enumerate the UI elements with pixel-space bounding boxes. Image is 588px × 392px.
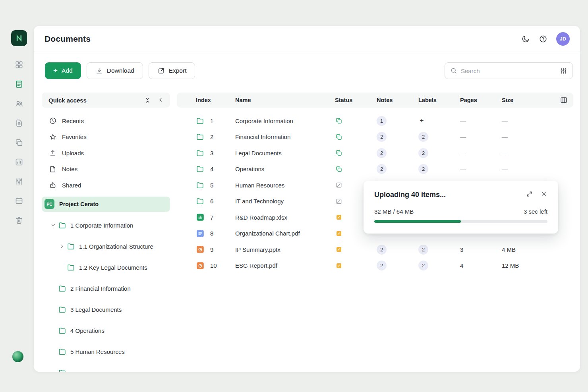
project-cerato-item[interactable]: PC Project Cerato bbox=[42, 197, 170, 212]
row-index: 4 bbox=[210, 166, 213, 172]
sidebar-item-notes[interactable]: Notes bbox=[42, 161, 170, 178]
tree-item[interactable]: 1.2 Key Legal Documents bbox=[42, 257, 170, 278]
reports-icon[interactable] bbox=[15, 158, 23, 166]
share-icon bbox=[49, 181, 57, 189]
collapse-all-icon[interactable] bbox=[144, 97, 151, 104]
search-icon bbox=[450, 67, 457, 74]
file-lock-icon[interactable] bbox=[15, 119, 23, 127]
table-row[interactable]: 4 Operations 2 2 — — bbox=[177, 161, 573, 178]
toolbar: + Add Download Export bbox=[45, 62, 573, 79]
upload-progress-bar bbox=[374, 220, 547, 223]
chevron-right-icon[interactable] bbox=[58, 242, 66, 251]
collapse-panel-icon[interactable] bbox=[158, 97, 164, 104]
avatar[interactable]: JD bbox=[556, 32, 570, 46]
notes-badge[interactable]: 2 bbox=[377, 132, 387, 142]
sidebar-item-favorites[interactable]: Favorites bbox=[42, 129, 170, 145]
quick-access-header: Quick access bbox=[42, 93, 170, 108]
notes-badge[interactable]: 2 bbox=[377, 164, 387, 174]
column-header-notes[interactable]: Notes bbox=[371, 97, 413, 103]
documents-icon[interactable] bbox=[15, 80, 23, 89]
table-row[interactable]: 10 ESG Report.pdf 2 2 4 12 MB bbox=[177, 258, 573, 274]
pdf-file-icon bbox=[196, 261, 204, 270]
sliders-icon[interactable] bbox=[15, 177, 23, 186]
labels-badge[interactable]: 2 bbox=[418, 245, 428, 255]
row-name[interactable]: Organizational Chart.pdf bbox=[228, 230, 330, 237]
chevron-slot bbox=[49, 347, 58, 356]
tree-item[interactable]: 1 Corporate Information bbox=[42, 215, 170, 236]
chevron-slot bbox=[49, 284, 58, 293]
notes-badge[interactable]: 2 bbox=[377, 148, 387, 158]
search-box[interactable] bbox=[445, 62, 573, 79]
row-name[interactable]: Human Resources bbox=[228, 182, 330, 189]
row-name[interactable]: Operations bbox=[228, 166, 330, 172]
column-header-name[interactable]: Name bbox=[228, 97, 330, 103]
labels-badge[interactable]: 2 bbox=[418, 132, 428, 142]
left-rail bbox=[10, 30, 28, 225]
upload-icon bbox=[49, 149, 57, 157]
tree-item-label: 3 Legal Documents bbox=[70, 306, 122, 313]
expand-icon[interactable] bbox=[526, 191, 533, 197]
dashboard-grid-icon[interactable] bbox=[15, 60, 23, 69]
folder-icon bbox=[58, 221, 66, 230]
tree-item[interactable]: 1.1 Organizational Structure bbox=[42, 236, 170, 257]
search-input[interactable] bbox=[461, 68, 556, 74]
table-row[interactable]: 1 Corporate Information 1 + — — bbox=[177, 113, 573, 129]
close-icon[interactable] bbox=[541, 191, 547, 197]
row-name[interactable]: ESG Report.pdf bbox=[228, 262, 330, 269]
table-row[interactable]: 3 Legal Documents 2 2 — — bbox=[177, 145, 573, 161]
pptx-file-icon bbox=[196, 245, 204, 254]
column-header-labels[interactable]: Labels bbox=[413, 97, 455, 103]
column-header-index[interactable]: Index bbox=[177, 97, 228, 103]
add-button[interactable]: + Add bbox=[45, 62, 81, 79]
trash-icon[interactable] bbox=[15, 216, 23, 225]
add-label-button[interactable]: + bbox=[418, 117, 424, 125]
row-name[interactable]: Legal Documents bbox=[228, 150, 330, 156]
users-icon[interactable] bbox=[15, 99, 23, 108]
status-synced-icon bbox=[335, 133, 342, 141]
filter-icon[interactable] bbox=[560, 67, 567, 75]
labels-badge[interactable]: 2 bbox=[418, 164, 428, 174]
labels-badge[interactable]: 2 bbox=[418, 261, 428, 270]
app-logo[interactable] bbox=[11, 30, 27, 46]
sidebar-item-uploads[interactable]: Uploads bbox=[42, 145, 170, 161]
tree-item[interactable]: 5 Human Resources bbox=[42, 341, 170, 362]
column-settings-icon[interactable] bbox=[560, 96, 568, 104]
folder-icon bbox=[58, 326, 66, 335]
export-button[interactable]: Export bbox=[149, 62, 195, 79]
download-button[interactable]: Download bbox=[87, 62, 143, 79]
copy-icon[interactable] bbox=[15, 138, 23, 147]
chevron-slot bbox=[58, 263, 66, 272]
notes-badge[interactable]: 2 bbox=[377, 245, 387, 255]
upload-toast-title: Uploading 40 items... bbox=[374, 191, 446, 199]
row-name[interactable]: Financial Information bbox=[228, 133, 330, 140]
chevron-slot bbox=[49, 305, 58, 314]
panel-icon[interactable] bbox=[15, 197, 23, 205]
notes-badge[interactable]: 1 bbox=[377, 116, 387, 126]
help-icon[interactable] bbox=[539, 35, 547, 43]
row-name[interactable]: Corporate Information bbox=[228, 118, 330, 124]
chevron-down-icon[interactable] bbox=[49, 221, 58, 230]
folder-icon bbox=[196, 181, 204, 189]
row-index: 2 bbox=[210, 133, 213, 140]
column-header-pages[interactable]: Pages bbox=[455, 97, 497, 103]
folder-icon bbox=[58, 368, 66, 372]
pages-value: — bbox=[460, 133, 466, 140]
notes-badge[interactable]: 2 bbox=[377, 261, 387, 270]
dark-mode-moon-icon[interactable] bbox=[521, 35, 530, 43]
tree-item[interactable]: 3 Legal Documents bbox=[42, 299, 170, 320]
table-row[interactable]: 9 IP Summary.pptx 2 2 3 4 MB bbox=[177, 241, 573, 258]
brand-sphere-icon[interactable] bbox=[12, 351, 23, 362]
labels-badge[interactable]: 2 bbox=[418, 148, 428, 158]
table-row[interactable]: 2 Financial Information 2 2 — — bbox=[177, 129, 573, 145]
row-name[interactable]: IT and Technology bbox=[228, 198, 330, 205]
row-name[interactable]: IP Summary.pptx bbox=[228, 246, 330, 253]
sidebar-item-recents[interactable]: Recents bbox=[42, 113, 170, 129]
tree-item[interactable]: 4 Operations bbox=[42, 320, 170, 341]
row-index: 6 bbox=[210, 198, 213, 205]
sidebar-item-shared[interactable]: Shared bbox=[42, 177, 170, 193]
row-name[interactable]: R&D Roadmap.xlsx bbox=[228, 214, 330, 221]
tree-item-partial[interactable] bbox=[42, 362, 170, 372]
column-header-status[interactable]: Status bbox=[330, 97, 371, 103]
column-header-size[interactable]: Size bbox=[497, 97, 552, 103]
tree-item[interactable]: 2 Financial Information bbox=[42, 278, 170, 299]
